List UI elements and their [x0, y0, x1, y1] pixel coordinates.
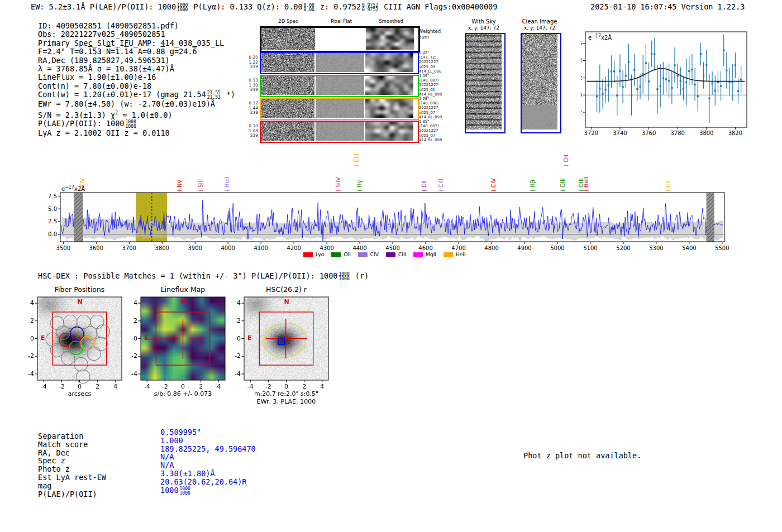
match-label-7: P(LAE)/P(OII) [38, 490, 106, 499]
cutout-smoothed-canvas [365, 122, 413, 141]
withsky-title: With Sky [471, 18, 496, 25]
legend-item-MgII: MgII [413, 252, 436, 257]
info-line-3: F=2.4" T=0.153 N=1.14 A=0.88 g=24.6 [38, 47, 235, 56]
legend-swatch [358, 252, 368, 257]
emission-label-SiII: ( SiII [198, 179, 204, 191]
hsc-ytick: 2 [125, 317, 137, 324]
svg-text:5.0: 5.0 [48, 206, 57, 212]
info-line-11: P(LAE)/P(OII): 100010001000 [38, 119, 235, 129]
legend-swatch [386, 252, 395, 257]
emission-label-CIV: ( CIV [490, 178, 497, 191]
match-label-1: Match score [38, 440, 106, 449]
hsc-xtick: 0 [78, 383, 82, 390]
emission-label-SiIV: ( SiIV [335, 177, 341, 191]
hsc-ytick: -2 [228, 352, 241, 360]
full-spectrum-svg: 3500360037003800390040004100420043004400… [47, 152, 762, 252]
legend-item-OII: OII [331, 252, 350, 257]
info-line-9: EWr = 7.80(±4.50) (w: -2.70(±0.03)e19)Å [38, 100, 235, 108]
phot-z-note: Phot z plot not available. [523, 451, 641, 460]
svg-text:7.5: 7.5 [48, 193, 57, 199]
hsc-xtick: -4 [41, 383, 47, 390]
svg-text:4000: 4000 [221, 245, 235, 251]
cutout-row-right-labels: 1.35"(148, 887)20221227v025_07414_RL_098 [419, 119, 452, 143]
match-value-1: 1.000 [160, 437, 256, 445]
cutout-2dspec-canvas [261, 53, 314, 72]
emission-label-Hβ: ( Hβ [530, 180, 536, 191]
full-spectrum-plot: 3500360037003800390040004100420043004400… [47, 152, 762, 252]
svg-text:5000: 5000 [550, 245, 564, 251]
cutout-row-left-labels: 0.121.44238 [244, 101, 258, 117]
withsky-panel [465, 33, 506, 133]
hsc-xtick: 2 [302, 383, 306, 390]
legend-item-Lyα: Lyα [303, 252, 324, 257]
cutout-row [260, 52, 419, 74]
weighted-sum-label: Weighted Sum [418, 29, 443, 40]
svg-text:2.5: 2.5 [48, 218, 57, 224]
hsc-xtick: -2 [59, 383, 65, 390]
hsc-xtick: 0 [181, 383, 185, 390]
legend-label: OII [344, 252, 350, 257]
compass-north-2: N [284, 298, 289, 305]
cutout-pixelflat-canvas [316, 53, 364, 72]
svg-text:3820: 3820 [728, 130, 742, 136]
hsc-ytick: 0 [125, 335, 137, 342]
info-line-1: Obs: 20221227v025_4090502851 [38, 30, 235, 39]
hsc-panel-overlay-svg [233, 291, 340, 397]
hsc-xtick: 4 [320, 383, 324, 390]
hsc-panel-overlay-0 [26, 291, 133, 397]
svg-text:3780: 3780 [670, 130, 684, 136]
line-fit-plot-svg: 372037403760378038003820-20246 [581, 27, 754, 138]
match-label-6: mag [38, 482, 106, 490]
zoomplot-units-label: e−17x2Å [588, 33, 612, 41]
cutout-row-right-labels: 1.09"(148, 887)20221227v025_01414_RL_098 [419, 74, 452, 97]
hsc-xtick: 4 [113, 383, 117, 390]
emission-label-HeII: ( HeII [583, 176, 589, 191]
info-line-4: RA,Dec (189.825027,49.596531) [38, 56, 235, 65]
cutout-col-header-smoothed: Smoothed [379, 18, 403, 24]
svg-text:3500: 3500 [56, 245, 70, 251]
svg-text:3900: 3900 [188, 245, 202, 251]
hsc-ytick: 0 [22, 335, 34, 342]
cutout-2dspec-canvas [261, 76, 314, 95]
info-line-6: LineFlux = 1.90(±1.00)e-16 [38, 73, 235, 82]
hsc-ytick: -4 [228, 370, 241, 377]
hsc-xtick: -4 [247, 383, 254, 390]
hsc-xtick: -2 [265, 383, 271, 390]
emission-label-OIII: ( OIII [560, 178, 566, 191]
cutout-row [260, 75, 419, 97]
cleanimage-title: Clean Image [522, 18, 557, 25]
legend-item-HeII: HeII [444, 252, 466, 257]
info-line-0: ID: 4090502851 (4090502851.pdf) [38, 22, 235, 30]
hsc-sublabel-1-0: s/b: 0.86 +/- 0.073 [154, 390, 212, 397]
cutout-smoothed-canvas [365, 99, 413, 118]
svg-text:4: 4 [581, 57, 582, 64]
match-label-5: Est LyA rest-EW [38, 473, 106, 482]
compass-north-1: N [181, 298, 186, 305]
cutout-smoothed-canvas [365, 53, 413, 72]
emission-label-OII: ( OII [563, 155, 569, 166]
report-datetime: 2025-01-10 16:07:45 [590, 2, 676, 11]
hsc-ytick: 4 [228, 299, 241, 306]
svg-text:6: 6 [581, 40, 582, 46]
withsky-coords: x, y: 147, 72 [468, 25, 499, 31]
hsc-xtick: 0 [284, 383, 288, 390]
info-line-8: Cont(w) = 1.20(±0.01)e-17 (gmag 21.5421.… [38, 90, 235, 100]
svg-text:5400: 5400 [682, 245, 696, 251]
line-fit-plot: 372037403760378038003820-20246 [581, 27, 754, 138]
emission-label-NV: ( NV [177, 179, 183, 191]
hsc-panel-overlay-svg [26, 291, 133, 397]
compass-east-1: E [144, 334, 149, 342]
svg-text:4100: 4100 [254, 245, 268, 251]
svg-text:5500: 5500 [715, 245, 729, 251]
svg-text:-2: -2 [581, 109, 582, 116]
match-value-4: N/A [160, 461, 256, 469]
summary-header: EW: 5.2±3.1Å P(LAE)/P(OII): 100010001000… [31, 2, 497, 12]
hsc-xtick: 2 [199, 383, 203, 390]
cutout-pixelflat-canvas [316, 99, 364, 118]
hsc-ytick: 4 [22, 299, 34, 306]
info-line-7: Cont(n) = 7.80(±0.00)e-18 [38, 82, 235, 90]
cutout-row [260, 26, 420, 52]
hsc-ytick: -4 [22, 370, 34, 377]
legend-label: CIV [370, 252, 379, 257]
match-value-0: 0.509995" [160, 428, 256, 437]
